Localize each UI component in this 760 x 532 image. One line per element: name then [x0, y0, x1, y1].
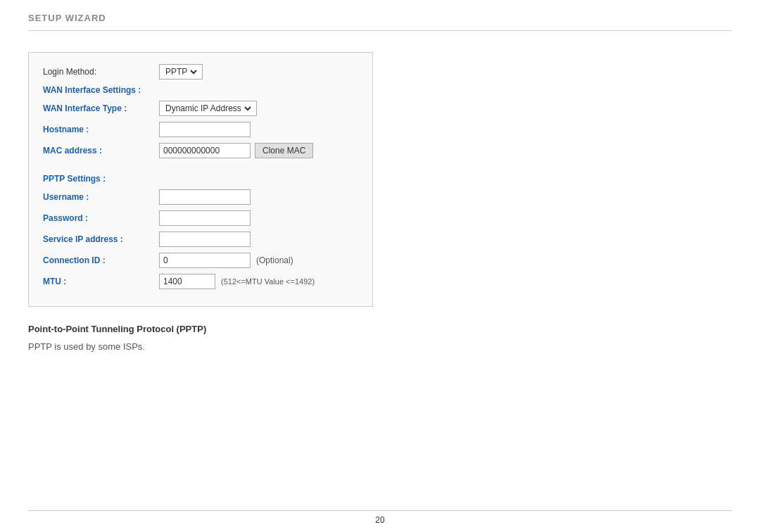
wan-settings-heading: WAN Interface Settings :	[43, 85, 358, 95]
header-section: SETUP WIZARD	[0, 0, 760, 30]
connection-id-note: (Optional)	[256, 255, 293, 265]
username-input[interactable]	[159, 189, 251, 205]
wan-interface-select-wrap[interactable]: Dynamic IP Address	[159, 101, 257, 116]
service-ip-input[interactable]	[159, 232, 251, 247]
password-input[interactable]	[159, 210, 251, 226]
mtu-label: MTU :	[43, 277, 159, 286]
mtu-note: (512<=MTU Value <=1492)	[221, 277, 315, 286]
username-label: Username :	[43, 192, 159, 202]
form-panel: Login Method: PPTP WAN Interface Setting…	[28, 52, 373, 307]
pptp-settings-heading: PPTP Settings :	[43, 174, 358, 184]
page-container: SETUP WIZARD Login Method: PPTP WAN Inte…	[0, 0, 760, 532]
mac-address-label: MAC address :	[43, 146, 159, 156]
mtu-input[interactable]	[159, 274, 215, 289]
wan-interface-label: WAN Interface Type :	[43, 103, 159, 113]
clone-mac-button[interactable]: Clone MAC	[255, 143, 313, 158]
hostname-label: Hostname :	[43, 125, 159, 134]
username-row: Username :	[43, 189, 358, 205]
login-method-label: Login Method:	[43, 67, 159, 77]
hostname-input[interactable]	[159, 122, 251, 137]
mac-address-row: MAC address : Clone MAC	[43, 143, 358, 158]
service-ip-label: Service IP address :	[43, 234, 159, 244]
login-method-select-wrap[interactable]: PPTP	[159, 64, 203, 80]
main-content: Login Method: PPTP WAN Interface Setting…	[0, 31, 760, 532]
connection-id-row: Connection ID : (Optional)	[43, 253, 358, 268]
service-ip-row: Service IP address :	[43, 232, 358, 247]
wan-interface-row: WAN Interface Type : Dynamic IP Address	[43, 101, 358, 116]
page-title: SETUP WIZARD	[28, 13, 732, 23]
description-title: Point-to-Point Tunneling Protocol (PPTP)	[28, 324, 732, 334]
description-text: PPTP is used by some ISPs.	[28, 341, 732, 352]
password-row: Password :	[43, 210, 358, 226]
wan-interface-select[interactable]: Dynamic IP Address	[163, 101, 253, 115]
hostname-row: Hostname :	[43, 122, 358, 137]
mtu-row: MTU : (512<=MTU Value <=1492)	[43, 274, 358, 289]
connection-id-label: Connection ID :	[43, 255, 159, 265]
page-number: 20	[375, 515, 384, 525]
description-section: Point-to-Point Tunneling Protocol (PPTP)…	[28, 324, 732, 352]
login-method-row: Login Method: PPTP	[43, 64, 358, 80]
bottom-divider	[28, 510, 732, 511]
login-method-select[interactable]: PPTP	[163, 65, 199, 79]
connection-id-input[interactable]	[159, 253, 251, 268]
password-label: Password :	[43, 213, 159, 223]
mac-address-input[interactable]	[159, 143, 251, 158]
